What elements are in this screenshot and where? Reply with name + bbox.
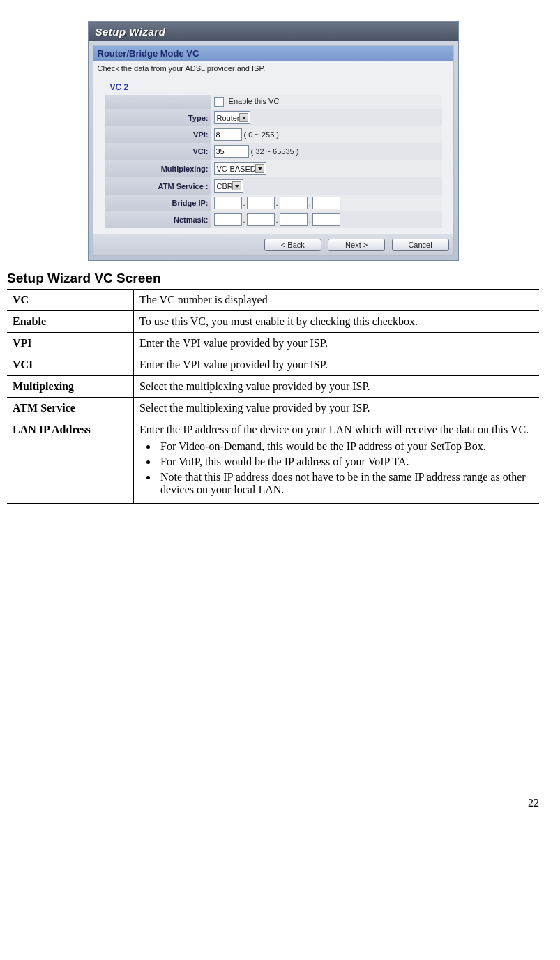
mux-label: Multiplexing: (105, 160, 211, 177)
bridge-ip-oct4[interactable] (312, 197, 340, 209)
doc-key: ATM Service (7, 398, 134, 419)
netmask-oct2[interactable] (247, 213, 275, 226)
next-button[interactable]: Next > (328, 239, 385, 251)
netmask-oct3[interactable] (280, 213, 308, 226)
doc-key: Enable (7, 311, 134, 333)
vpi-hint: ( 0 ~ 255 ) (244, 130, 279, 139)
atm-label: ATM Service : (105, 177, 211, 195)
wizard-inner: Router/Bridge Mode VC Check the data fro… (93, 45, 454, 256)
doc-key: VC (7, 290, 134, 311)
wizard-title: Setup Wizard (89, 22, 458, 41)
mux-select[interactable]: VC-BASED (214, 162, 266, 175)
table-row: Enable To use this VC, you must enable i… (7, 311, 539, 333)
bridge-ip-oct2[interactable] (247, 197, 275, 209)
table-row: VC The VC number is displayed (7, 290, 539, 311)
vci-label: VCI: (105, 143, 211, 160)
doc-key: Multiplexing (7, 376, 134, 398)
doc-val: To use this VC, you must enable it by ch… (134, 311, 540, 333)
bridge-ip-label: Bridge IP: (105, 195, 211, 211)
netmask-oct4[interactable] (312, 213, 340, 226)
table-row: VCI Enter the VPI value provided by your… (7, 354, 539, 376)
vpi-label: VPI: (105, 126, 211, 143)
doc-key: VCI (7, 354, 134, 376)
enable-vc-label: Enable this VC (229, 97, 280, 105)
list-item: Note that this IP address does not have … (158, 471, 533, 496)
doc-val: Select the multiplexing value provided b… (134, 398, 540, 419)
bridge-ip-oct1[interactable] (214, 197, 242, 209)
wizard-button-row: < Back Next > Cancel (93, 234, 453, 255)
vci-hint: ( 32 ~ 65535 ) (251, 147, 299, 156)
atm-select[interactable]: CBR (214, 179, 243, 193)
netmask-oct1[interactable] (214, 213, 242, 226)
wizard-section-header: Router/Bridge Mode VC (93, 46, 453, 61)
bridge-ip-octets: . . . (214, 197, 340, 209)
table-row: Multiplexing Select the multiplexing val… (7, 376, 539, 398)
doc-val: Enter the VPI value provided by your ISP… (134, 333, 540, 354)
wizard-screenshot: Setup Wizard Router/Bridge Mode VC Check… (7, 21, 539, 261)
doc-heading: Setup Wizard VC Screen (7, 271, 539, 286)
type-label: Type: (105, 109, 211, 126)
doc-key: LAN IP Address (7, 419, 134, 504)
table-row: ATM Service Select the multiplexing valu… (7, 398, 539, 419)
wizard-window: Setup Wizard Router/Bridge Mode VC Check… (88, 21, 459, 261)
mux-value: VC-BASED (217, 165, 256, 173)
type-select[interactable]: Router (214, 111, 250, 124)
netmask-octets: . . . (214, 213, 340, 226)
doc-val: Select the multiplexing value provided b… (134, 376, 540, 398)
netmask-label: Netmask: (105, 211, 211, 228)
back-button[interactable]: < Back (264, 239, 321, 251)
vc-number-label: VC 2 (93, 81, 453, 95)
bridge-ip-oct3[interactable] (280, 197, 308, 209)
page-number: 22 (7, 797, 539, 809)
lan-bullets: For Video-on-Demand, this would be the I… (139, 440, 533, 496)
wizard-help-text: Check the data from your ADSL provider a… (93, 61, 453, 81)
list-item: For Video-on-Demand, this would be the I… (158, 440, 533, 453)
lan-intro: Enter the IP address of the device on yo… (139, 423, 533, 436)
doc-table: VC The VC number is displayed Enable To … (7, 289, 539, 504)
enable-vc-checkbox[interactable] (214, 97, 224, 107)
table-row: LAN IP Address Enter the IP address of t… (7, 419, 539, 504)
list-item: For VoIP, this would be the IP address o… (158, 456, 533, 468)
vpi-input[interactable] (214, 128, 242, 141)
cancel-button[interactable]: Cancel (392, 239, 449, 251)
table-row: VPI Enter the VPI value provided by your… (7, 333, 539, 354)
doc-val: Enter the VPI value provided by your ISP… (134, 354, 540, 376)
vci-input[interactable] (214, 145, 249, 158)
enable-row-label (105, 95, 211, 109)
wizard-form: Enable this VC Type: Router VPI: ( 0 ~ 2… (105, 95, 442, 228)
doc-val: Enter the IP address of the device on yo… (134, 419, 540, 504)
atm-value: CBR (217, 182, 233, 190)
type-value: Router (217, 114, 240, 122)
doc-val: The VC number is displayed (134, 290, 540, 311)
doc-key: VPI (7, 333, 134, 354)
